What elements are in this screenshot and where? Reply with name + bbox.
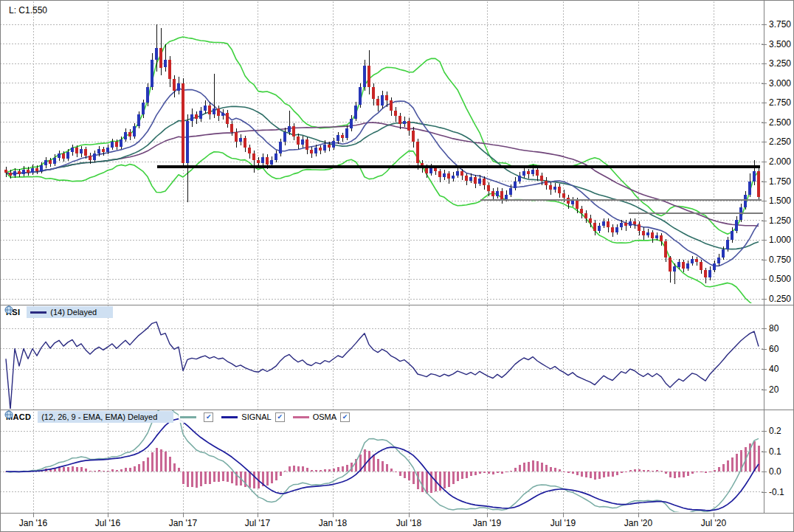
candle — [35, 168, 38, 171]
macd-tick-label: 0.1 — [769, 446, 781, 457]
osma-bar — [753, 441, 756, 471]
osma-bar — [567, 471, 570, 473]
candle — [328, 145, 331, 148]
osma-bar — [607, 471, 610, 477]
candle — [89, 156, 92, 160]
date-tick-label: Jul '19 — [550, 518, 576, 528]
price-tick-label: 2.500 — [769, 117, 791, 128]
osma-bar — [528, 462, 530, 471]
candle — [341, 135, 344, 138]
candle — [204, 106, 207, 111]
osma-bar — [612, 471, 614, 477]
macd-line-swatch — [180, 416, 196, 418]
candle — [177, 83, 180, 91]
osma-bar — [545, 465, 548, 471]
osma-bar — [590, 471, 592, 478]
osma-legend-item[interactable]: OSMA ✔ — [291, 412, 351, 423]
signal-line-checkbox[interactable]: ✔ — [275, 412, 285, 422]
candle — [558, 187, 561, 193]
osma-checkbox[interactable]: ✔ — [340, 412, 350, 422]
osma-bar — [536, 461, 539, 471]
candle — [722, 249, 725, 258]
osma-bar — [660, 471, 663, 471]
rsi-legend[interactable]: (14) Delayed — [27, 306, 113, 318]
osma-bar — [501, 471, 503, 474]
candle — [407, 121, 410, 131]
price-tick-label: 3.750 — [769, 19, 791, 30]
candle — [195, 114, 198, 118]
candle — [394, 111, 397, 116]
candle — [137, 114, 140, 126]
candle — [593, 223, 596, 231]
candle — [491, 191, 494, 196]
candle — [700, 262, 702, 270]
osma-bar — [412, 471, 415, 484]
date-tick-label: Jan '16 — [19, 518, 48, 528]
candle — [416, 142, 419, 163]
candle — [217, 108, 220, 117]
date-tick-label: Jul '20 — [701, 518, 727, 528]
osma-bar — [306, 468, 308, 471]
candle — [168, 60, 171, 80]
osma-bar — [103, 471, 105, 471]
osma-bar — [523, 463, 525, 471]
chart-canvas[interactable]: 3.7503.5003.2503.0002.7502.5002.2502.000… — [0, 0, 794, 532]
date-tick-label: Jul '16 — [95, 518, 121, 528]
candle — [443, 173, 446, 177]
candle — [429, 168, 432, 173]
osma-bar — [85, 469, 87, 471]
candle — [452, 176, 455, 179]
candle — [266, 157, 269, 165]
candle — [655, 235, 658, 238]
candle — [748, 182, 751, 195]
osma-bar — [505, 471, 508, 472]
osma-bar — [731, 457, 733, 471]
candle — [469, 177, 472, 180]
osma-bar — [678, 471, 680, 477]
candle — [4, 170, 7, 173]
candle — [58, 153, 61, 157]
candle — [275, 153, 277, 160]
osma-bar — [76, 467, 78, 471]
rsi-tick-label: 40 — [769, 364, 779, 374]
price-tick-label: 3.250 — [769, 58, 791, 69]
candle — [292, 126, 295, 137]
osma-bar — [72, 466, 74, 472]
globe-icon[interactable] — [161, 412, 170, 421]
candle — [496, 191, 499, 196]
globe-icon[interactable] — [100, 308, 109, 317]
osma-bar — [541, 463, 543, 471]
macd-line-legend-item[interactable]: ✔ — [179, 412, 215, 423]
candle — [97, 149, 100, 153]
osma-bar — [674, 471, 676, 478]
candle — [248, 148, 251, 154]
candle — [584, 213, 587, 218]
osma-bar — [479, 471, 481, 474]
candle — [540, 176, 543, 180]
macd-line-checkbox[interactable]: ✔ — [204, 412, 213, 422]
osma-bar — [510, 471, 512, 471]
candle — [509, 188, 512, 195]
rsi-tick-label: 60 — [769, 344, 779, 354]
osma-bar — [125, 468, 127, 471]
osma-bar — [67, 467, 69, 471]
osma-bar — [408, 471, 410, 480]
macd-tick-label: 0.0 — [769, 466, 781, 477]
price-tick-label: 1.000 — [769, 235, 791, 245]
signal-line-legend-item[interactable]: SIGNAL ✔ — [220, 412, 286, 423]
osma-bar — [390, 469, 393, 472]
candle — [164, 60, 167, 68]
candle — [49, 160, 52, 164]
osma-bar — [581, 471, 583, 477]
osma-bar — [169, 457, 171, 471]
osma-bar — [289, 466, 291, 471]
candle — [106, 148, 109, 152]
osma-bar — [554, 468, 556, 471]
candle — [283, 132, 286, 142]
macd-params-legend[interactable]: (12, 26, 9 - EMA, EMA) Delayed — [38, 411, 173, 423]
last-price-label: L: C1.550 — [9, 5, 47, 15]
candle — [120, 139, 122, 147]
candle — [522, 171, 525, 176]
osma-bar — [116, 470, 118, 471]
osma-bar — [736, 454, 738, 471]
